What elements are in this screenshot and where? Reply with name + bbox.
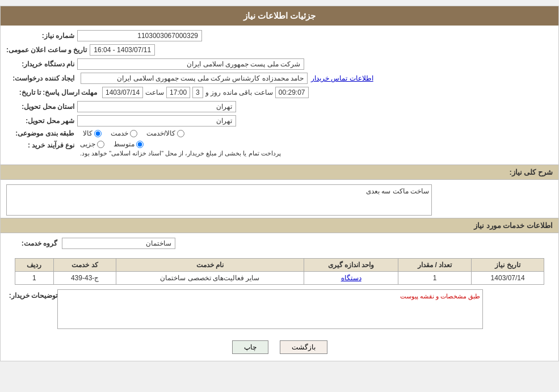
- tozihat-label: توضیحات خریدار:: [6, 289, 57, 300]
- ostan-label: استان محل تحویل:: [6, 103, 74, 111]
- tabaqe-khidmat-label: خدمت: [111, 129, 128, 137]
- tozihat-box: طبق مشخصات و نقشه پیوست: [57, 289, 483, 329]
- tabaqe-kala[interactable]: کالا: [83, 129, 102, 137]
- ijad-konande-value: حامد محمدزاده کارشناس شرکت ملی پست جمهور…: [81, 73, 308, 84]
- items-table: تاریخ نیاز تعداد / مقدار واحد اندازه گیر…: [15, 258, 545, 285]
- tarikh-aelaan-label: تاریخ و ساعت اعلان عمومی:: [6, 46, 87, 54]
- col-tarikh-niaz: تاریخ نیاز: [471, 259, 544, 272]
- cell-nam-khadamat: سایر فعالیت‌های تخصصی ساختمان: [116, 272, 304, 285]
- shahr-value: تهران: [77, 115, 236, 127]
- col-vahed-andaze: واحد اندازه گیری: [304, 259, 398, 272]
- tabaqe-kala-khidmat-label: کالا/خدمت: [146, 129, 175, 137]
- noe-farayand-radio-group: متوسط جزیی: [80, 140, 144, 148]
- nam-dastgah-label: نام دستگاه خریدار:: [6, 60, 74, 68]
- tozihat-value: طبق مشخصات و نقشه پیوست: [400, 293, 480, 300]
- ostan-value: تهران: [77, 101, 236, 112]
- col-radif: ردیف: [15, 259, 54, 272]
- nam-dastgah-value: شرکت ملی پست جمهوری اسلامی ایران: [77, 58, 304, 70]
- time-label: ساعت: [145, 88, 164, 96]
- col-kod-khadamat: کد خدمت: [54, 259, 116, 272]
- tarikh-aelaan-value: 1403/07/11 - 16:04: [90, 44, 155, 56]
- tabaqe-kala-label: کالا: [83, 129, 93, 137]
- grouh-khadamat-value: ساختمان: [62, 238, 175, 249]
- sharh-value-box: ساخت ماکت سه بعدی: [6, 184, 432, 216]
- days-value: 3: [192, 87, 203, 98]
- noe-farayand-text: پرداخت تمام یا بخشی از مبلغ خریدار، از م…: [80, 150, 281, 157]
- shahr-label: شهر محل تحویل:: [6, 117, 74, 125]
- mohlat-date-value: 1403/07/14: [102, 87, 143, 98]
- cell-radif: 1: [15, 272, 54, 285]
- cell-tedad-meghdar: 1: [398, 272, 471, 285]
- noe-motavasset-label: متوسط: [114, 140, 135, 148]
- tabaqe-radio-group: کالا/خدمت خدمت کالا: [83, 129, 184, 137]
- cell-vahed-andaze: دستگاه: [304, 272, 398, 285]
- col-nam-khadamat: نام خدمت: [116, 259, 304, 272]
- khadamat-section-header: اطلاعات خدمات مورد نیاز: [1, 218, 558, 233]
- days-and-label: روز و: [205, 88, 221, 96]
- tabaqe-label: طبقه بندی موضوعی:: [6, 129, 74, 137]
- grouh-khadamat-label: گروه خدمت:: [6, 239, 57, 247]
- table-row: 1403/07/141دستگاهسایر فعالیت‌های تخصصی س…: [15, 272, 544, 285]
- remaining-time-label: ساعت باقی مانده: [223, 88, 273, 96]
- print-button[interactable]: چاپ: [232, 340, 268, 354]
- shomare-niaz-label: شماره نیاز:: [6, 32, 74, 40]
- cell-kod-khadamat: ج-43-439: [54, 272, 116, 285]
- shomare-niaz-value: 1103003067000329: [77, 30, 202, 41]
- mohlat-label: مهلت ارسال پاسخ: تا تاریخ:: [6, 88, 97, 96]
- noe-jozi[interactable]: جزیی: [80, 140, 104, 148]
- noe-motavasset[interactable]: متوسط: [114, 140, 144, 148]
- cell-tarikh-niaz: 1403/07/14: [471, 272, 544, 285]
- tabaqe-khidmat[interactable]: خدمت: [111, 129, 137, 137]
- col-tedad-meghdar: تعداد / مقدار: [398, 259, 471, 272]
- time-value: 17:00: [166, 87, 190, 98]
- tabaqe-kala-khidmat[interactable]: کالا/خدمت: [146, 129, 184, 137]
- sharh-section-header: شرح کلی نیاز:: [1, 165, 558, 180]
- back-button[interactable]: بازگشت: [280, 340, 327, 354]
- remaining-time-value: 00:29:07: [275, 87, 309, 98]
- noe-farayand-label: نوع فرآیند خرید :: [6, 140, 74, 149]
- ijad-konande-label: ایجاد کننده درخواست:: [6, 74, 74, 82]
- tamas-khardar-link[interactable]: اطلاعات تماس خریدار: [311, 74, 373, 82]
- page-title: جزئیات اطلاعات نیاز: [1, 6, 558, 26]
- noe-jozi-label: جزیی: [80, 140, 95, 148]
